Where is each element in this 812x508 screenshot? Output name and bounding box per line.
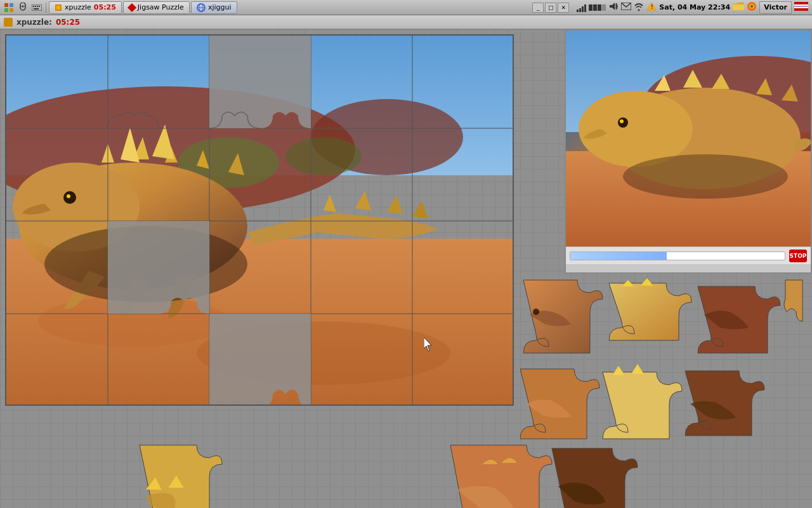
- svg-point-25: [750, 5, 753, 8]
- svg-point-36: [285, 137, 362, 175]
- svg-rect-14: [56, 6, 60, 10]
- signal-bar-1: [577, 10, 579, 12]
- svg-rect-0: [4, 3, 8, 7]
- puzzle-board[interactable]: [5, 34, 514, 406]
- signal-bar-2: [579, 8, 581, 12]
- svg-rect-31: [6, 20, 11, 25]
- taskbar-xjiggui-label: xjiggui: [208, 3, 232, 11]
- minimize-right-btn[interactable]: _: [532, 3, 544, 13]
- taskbar: xpuzzle 05:25 Jigsaw Puzzle xjiggui _ □: [0, 0, 812, 15]
- progress-fill: [570, 252, 667, 260]
- preview-window: STOP: [565, 29, 812, 274]
- svg-point-56: [579, 91, 693, 167]
- battery-blocks-icon: [589, 4, 606, 11]
- signal-bar-4: [584, 4, 586, 12]
- taskbar-left: xpuzzle 05:25 Jigsaw Puzzle xjiggui: [0, 1, 240, 14]
- jigsaw-icon: [128, 3, 136, 11]
- restore-right-btn[interactable]: □: [545, 3, 556, 13]
- svg-rect-30: [794, 7, 808, 8]
- taskbar-jigsaw-btn[interactable]: Jigsaw Puzzle: [123, 1, 190, 14]
- progress-container: [570, 251, 785, 260]
- username-label: Victor: [764, 3, 787, 11]
- window-controls-right: _ □ ✕: [532, 3, 569, 13]
- main-puzzle-area[interactable]: STOP: [0, 29, 812, 508]
- warning-icon: !: [646, 2, 657, 13]
- svg-rect-2: [4, 8, 8, 12]
- preview-progress-bar: STOP: [566, 246, 811, 264]
- svg-point-20: [638, 10, 640, 11]
- bottom-center-scattered-pieces[interactable]: [444, 439, 647, 508]
- taskbar-xjiggui-btn[interactable]: xjiggui: [191, 1, 237, 14]
- stop-button[interactable]: STOP: [789, 250, 807, 262]
- mouse-icon[interactable]: [16, 1, 29, 14]
- right-scattered-pieces[interactable]: [520, 277, 806, 455]
- close-right-btn[interactable]: ✕: [558, 3, 569, 13]
- svg-rect-10: [37, 6, 38, 7]
- bottom-left-scattered-pieces[interactable]: [127, 442, 304, 508]
- wifi-icon[interactable]: [634, 2, 644, 13]
- signal-bar-3: [582, 6, 584, 12]
- keyboard-icon[interactable]: [30, 1, 43, 14]
- app-menu-icon[interactable]: [3, 1, 15, 14]
- volume-icon[interactable]: [608, 2, 619, 13]
- email-icon[interactable]: [621, 3, 631, 12]
- svg-point-61: [145, 460, 153, 468]
- svg-rect-12: [34, 8, 39, 10]
- svg-point-43: [67, 194, 70, 198]
- svg-point-60: [533, 309, 539, 315]
- taskbar-xpuzzle-label: xpuzzle: [65, 3, 91, 11]
- svg-rect-9: [35, 6, 36, 7]
- puzzle-board-svg: [6, 36, 514, 406]
- xpuzzle-titlebar: xpuzzle: 05:25: [0, 15, 812, 29]
- svg-rect-1: [10, 3, 13, 7]
- taskbar-datetime: Sat, 04 May 22:34: [659, 3, 730, 11]
- taskbar-xpuzzle-btn[interactable]: xpuzzle 05:25: [49, 1, 122, 14]
- svg-rect-11: [39, 6, 40, 7]
- preview-image: [566, 30, 811, 246]
- taskbar-jigsaw-label: Jigsaw Puzzle: [138, 3, 184, 11]
- svg-rect-3: [10, 8, 13, 12]
- svg-point-58: [620, 119, 624, 123]
- taskbar-right: _ □ ✕: [528, 1, 812, 14]
- folder-icon[interactable]: [733, 2, 744, 13]
- svg-text:!: !: [651, 4, 653, 10]
- xpuzzle-title-time: 05:25: [56, 18, 80, 27]
- taskbar-xpuzzle-time: 05:25: [94, 3, 116, 11]
- svg-rect-8: [33, 6, 34, 7]
- separator-1: [46, 3, 46, 13]
- preview-svg: [566, 30, 811, 246]
- svg-point-59: [623, 154, 788, 199]
- svg-rect-7: [32, 4, 42, 11]
- svg-rect-29: [794, 5, 808, 6]
- signal-bars-icon: [577, 3, 586, 12]
- flag-icon: [794, 2, 808, 13]
- xpuzzle-title-text: xpuzzle:: [16, 18, 52, 27]
- user-badge: Victor: [759, 1, 792, 14]
- xpuzzle-title-icon: [4, 18, 13, 27]
- firefox-icon[interactable]: [747, 1, 757, 13]
- svg-marker-18: [610, 3, 615, 10]
